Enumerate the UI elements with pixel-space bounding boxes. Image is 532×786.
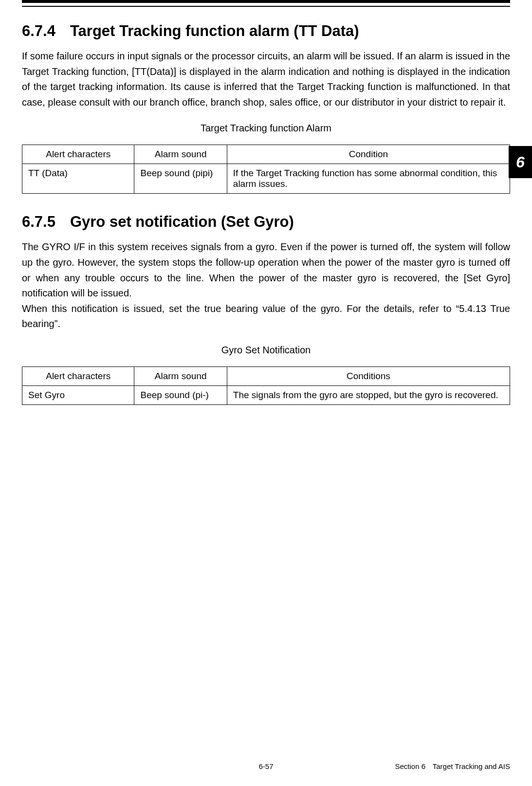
- heading-title: Target Tracking function alarm (TT Data): [70, 22, 359, 39]
- col-header: Conditions: [227, 366, 510, 385]
- heading-6-7-4: 6.7.4Target Tracking function alarm (TT …: [22, 22, 510, 40]
- table-header-row: Alert characters Alarm sound Condition: [22, 145, 510, 164]
- page-footer: 6-57 Section 6 Target Tracking and AIS: [22, 762, 510, 770]
- body-paragraph: The GYRO I/F in this system receives sig…: [22, 239, 510, 301]
- table-caption: Gyro Set Notification: [22, 345, 510, 356]
- top-rule: [22, 0, 510, 7]
- table-gyro-notification: Alert characters Alarm sound Conditions …: [22, 366, 510, 405]
- heading-number: 6.7.5: [22, 213, 55, 231]
- table-row: TT (Data) Beep sound (pipi) If the Targe…: [22, 164, 510, 194]
- cell-condition: If the Target Tracking function has some…: [227, 164, 510, 194]
- body-paragraph: When this notification is issued, set th…: [22, 301, 510, 332]
- footer-section-name: Section 6 Target Tracking and AIS: [348, 762, 510, 770]
- cell-condition: The signals from the gyro are stopped, b…: [227, 385, 510, 404]
- col-header: Alert characters: [22, 366, 134, 385]
- col-header: Condition: [227, 145, 510, 164]
- col-header: Alert characters: [22, 145, 134, 164]
- chapter-side-tab: 6: [509, 146, 532, 178]
- heading-title: Gyro set notification (Set Gyro): [70, 213, 294, 230]
- col-header: Alarm sound: [134, 145, 227, 164]
- table-row: Set Gyro Beep sound (pi-) The signals fr…: [22, 385, 510, 404]
- cell-alert: TT (Data): [22, 164, 134, 194]
- table-tt-alarm: Alert characters Alarm sound Condition T…: [22, 145, 510, 194]
- body-paragraph: If some failure occurs in input signals …: [22, 49, 510, 110]
- col-header: Alarm sound: [134, 366, 227, 385]
- cell-sound: Beep sound (pipi): [134, 164, 227, 194]
- heading-6-7-5: 6.7.5Gyro set notification (Set Gyro): [22, 213, 510, 231]
- page-number: 6-57: [184, 762, 347, 770]
- heading-number: 6.7.4: [22, 22, 55, 40]
- cell-alert: Set Gyro: [22, 385, 134, 404]
- cell-sound: Beep sound (pi-): [134, 385, 227, 404]
- table-caption: Target Tracking function Alarm: [22, 123, 510, 134]
- table-header-row: Alert characters Alarm sound Conditions: [22, 366, 510, 385]
- page: 6 6.7.4Target Tracking function alarm (T…: [0, 0, 532, 786]
- footer-spacer: [22, 762, 184, 770]
